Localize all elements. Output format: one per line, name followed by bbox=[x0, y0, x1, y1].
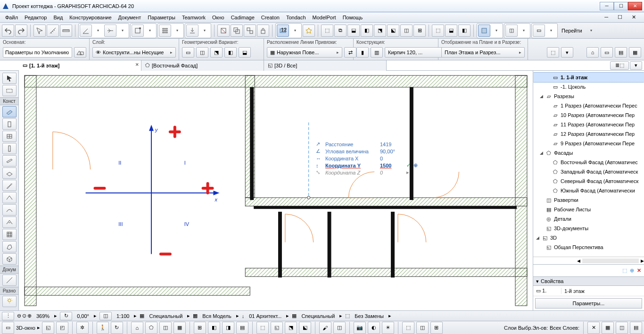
tool-curtain[interactable] bbox=[2, 229, 17, 240]
tbtn-a1[interactable]: ⬚ bbox=[321, 25, 333, 37]
status-s4[interactable]: Специальный bbox=[299, 313, 337, 319]
tbtn-a8[interactable]: ⊞ bbox=[413, 25, 426, 37]
tree-sec-1[interactable]: ▱1 Разрез (Автоматически Перес bbox=[533, 101, 644, 110]
tbtn-a3[interactable]: ⬓ bbox=[347, 25, 360, 37]
tree-sec-12[interactable]: ▱12 Разрез (Автоматически Пер bbox=[533, 129, 644, 139]
snap-element-button[interactable] bbox=[132, 25, 144, 37]
tbtn-b3[interactable]: ◧ bbox=[458, 25, 471, 37]
opt-main-icon[interactable] bbox=[74, 47, 86, 58]
bb-icon-16[interactable]: ◱ bbox=[271, 322, 283, 334]
panel-new-icon[interactable]: ⬚ bbox=[622, 267, 627, 274]
tool-slab[interactable] bbox=[2, 167, 17, 179]
opt-constr-2[interactable]: ▥ bbox=[371, 47, 383, 58]
zoom-in-icon[interactable]: ⊕ bbox=[27, 313, 32, 319]
tool-door[interactable] bbox=[2, 118, 17, 130]
ungroup-button[interactable] bbox=[244, 25, 256, 37]
bb-icon-15[interactable]: ⬚ bbox=[256, 322, 269, 334]
menu-edit[interactable]: Редактор bbox=[21, 15, 50, 20]
opt-layer-field[interactable]: 👁Конструкти...ны Несущие bbox=[92, 47, 176, 58]
opt-line-field[interactable]: ▦Наружная Пове... bbox=[267, 47, 342, 58]
opt-nav-dd[interactable]: ▾ bbox=[561, 47, 573, 58]
minimize-button[interactable]: ─ bbox=[600, 2, 614, 10]
trace-button[interactable] bbox=[478, 25, 490, 37]
lock-button[interactable] bbox=[257, 25, 269, 37]
menu-options[interactable]: Параметры bbox=[144, 15, 179, 20]
grid-snap-dropdown[interactable] bbox=[172, 28, 182, 33]
menu-creaton[interactable]: Creaton bbox=[258, 15, 283, 20]
group-button[interactable] bbox=[231, 25, 243, 37]
tree-basement[interactable]: ▭-1. Цоколь bbox=[533, 82, 644, 92]
bb-end-4[interactable]: ▤ bbox=[630, 322, 642, 334]
zoom-out-icon[interactable]: ⊖ bbox=[17, 313, 21, 319]
tool-column[interactable] bbox=[2, 143, 17, 154]
bb-end-3[interactable]: ◫ bbox=[616, 322, 628, 334]
nav-view-icon[interactable]: ▭ bbox=[601, 47, 613, 58]
opt-constr-1[interactable]: ▮ bbox=[356, 47, 369, 58]
bb-icon-3[interactable]: ◰ bbox=[56, 322, 68, 334]
nav-pub-icon[interactable]: ▦ bbox=[629, 47, 641, 58]
go-label[interactable]: Перейти bbox=[559, 28, 585, 33]
trace-dropdown[interactable] bbox=[491, 28, 502, 33]
tool-marquee[interactable] bbox=[2, 85, 17, 96]
tree-elev-north[interactable]: ⬠Северный Фасад (Автоматическ bbox=[533, 176, 644, 186]
renov-dropdown[interactable] bbox=[519, 28, 529, 33]
bb-icon-13[interactable]: ◨ bbox=[222, 322, 234, 334]
tree-sec-11[interactable]: ▱11 Разрез (Автоматически Пер bbox=[533, 120, 644, 129]
tbtn-a2[interactable]: ⧉ bbox=[334, 25, 347, 37]
tree-elev-east[interactable]: ⬠Восточный Фасад (Автоматичес bbox=[533, 158, 644, 167]
guide-angle-button[interactable] bbox=[80, 25, 92, 37]
tab-floor-1[interactable]: ▭ [1. 1-й этаж]✕ bbox=[19, 60, 141, 71]
opt-geom-4[interactable]: ◧ bbox=[224, 47, 237, 58]
tool-beam[interactable] bbox=[2, 155, 17, 167]
bb-icon-4[interactable]: ✲ bbox=[76, 322, 89, 334]
menu-modelport[interactable]: ModelPort bbox=[309, 15, 339, 20]
menu-window[interactable]: Окно bbox=[209, 15, 228, 20]
tree-sheets[interactable]: ▤Рабочие Листы bbox=[533, 205, 644, 214]
panel-add-icon[interactable]: ⊕ bbox=[630, 267, 634, 274]
tab-overview-button[interactable]: ≣⬚ bbox=[610, 61, 629, 70]
tree-3d-docs[interactable]: ◱3D-документы bbox=[533, 224, 644, 233]
maximize-button[interactable]: ☐ bbox=[614, 2, 628, 10]
tbtn-b1[interactable]: ⬚ bbox=[432, 25, 444, 37]
bb-end-2[interactable]: ▦ bbox=[602, 322, 614, 334]
tree-unfold[interactable]: ◫Развертки bbox=[533, 195, 644, 205]
favorites-button[interactable] bbox=[303, 25, 315, 37]
navigator-tree[interactable]: ▭1. 1-й этаж ▭-1. Цоколь ◢▱Разрезы ▱1 Ра… bbox=[533, 71, 644, 257]
guide-angle-dropdown[interactable] bbox=[93, 28, 103, 33]
nav-proj-icon[interactable]: ⌂ bbox=[586, 47, 599, 58]
tab-dropdown[interactable]: ▾ bbox=[630, 61, 642, 70]
bb-icon-10[interactable]: ▦ bbox=[173, 322, 186, 334]
zoom-reset-icon[interactable]: ⊙ bbox=[22, 313, 26, 319]
bb-3d-label[interactable]: 3D-окно bbox=[16, 325, 35, 331]
menu-file[interactable]: Файл bbox=[2, 15, 21, 20]
close-button[interactable]: ✕ bbox=[628, 2, 642, 10]
tree-3d[interactable]: ◢◱3D bbox=[533, 233, 644, 242]
tool-arrow[interactable] bbox=[2, 73, 17, 84]
tbtn-a5[interactable]: ⬔ bbox=[374, 25, 386, 37]
guide-snap-button[interactable] bbox=[104, 25, 116, 37]
nav-book-icon[interactable]: ▤ bbox=[615, 47, 627, 58]
tree-details[interactable]: ◎Детали bbox=[533, 214, 644, 224]
tree-sec-9[interactable]: ▱9 Разрез (Автоматически Пере bbox=[533, 139, 644, 148]
tree-floor-1[interactable]: ▭1. 1-й этаж bbox=[533, 73, 644, 82]
measure-button[interactable] bbox=[47, 25, 59, 37]
menu-view[interactable]: Вид bbox=[50, 15, 66, 20]
suspend-button[interactable] bbox=[217, 25, 230, 37]
menu-help[interactable]: Помощь bbox=[339, 15, 366, 20]
bb-icon-21[interactable]: 📷 bbox=[354, 322, 366, 334]
undo-button[interactable] bbox=[2, 25, 14, 37]
ruler-button[interactable] bbox=[60, 25, 72, 37]
bb-icon-22[interactable]: ◐ bbox=[368, 322, 380, 334]
tab-close-icon[interactable]: ✕ bbox=[135, 62, 139, 67]
tool-shell[interactable] bbox=[2, 204, 17, 216]
bb-icon-7[interactable]: ⌂ bbox=[131, 322, 143, 334]
redo-button[interactable] bbox=[15, 25, 27, 37]
bb-icon-9[interactable]: ◫ bbox=[159, 322, 172, 334]
tree-perspective[interactable]: ◱Общая Перспектива bbox=[533, 242, 644, 252]
tool-wall[interactable] bbox=[2, 106, 17, 117]
bb-icon-26[interactable]: ⊞ bbox=[430, 322, 443, 334]
menu-teamwork[interactable]: Teamwork bbox=[179, 15, 209, 20]
status-s5[interactable]: Без Замены bbox=[353, 313, 386, 319]
snap-element-dropdown[interactable] bbox=[145, 28, 155, 33]
bb-icon-25[interactable]: ◫ bbox=[416, 322, 429, 334]
